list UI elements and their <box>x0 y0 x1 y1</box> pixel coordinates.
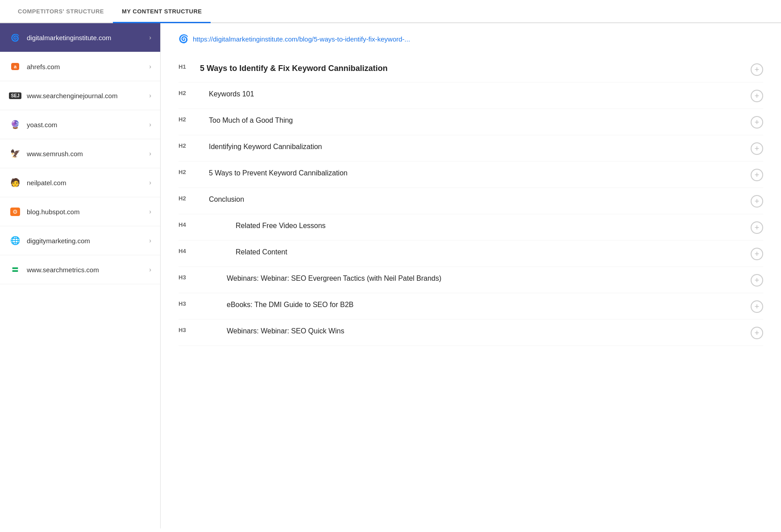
heading-tag-9: H3 <box>179 299 193 307</box>
url-icon: 🌀 <box>179 34 188 44</box>
sidebar-item-hubspot[interactable]: ⚙blog.hubspot.com› <box>0 197 160 226</box>
heading-tag-6: H4 <box>179 220 193 228</box>
heading-tag-8: H3 <box>179 273 193 281</box>
sidebar-item-neilpatel[interactable]: 🧑neilpatel.com› <box>0 168 160 197</box>
heading-row-5: H2Conclusion+ <box>179 188 763 214</box>
url-link[interactable]: https://digitalmarketinginstitute.com/bl… <box>193 35 410 43</box>
heading-tag-5: H2 <box>179 194 193 202</box>
sidebar-item-dmi[interactable]: 🌀digitalmarketinginstitute.com› <box>0 23 160 52</box>
chevron-icon-yoast: › <box>149 121 151 128</box>
chevron-icon-diggity: › <box>149 237 151 244</box>
main-layout: 🌀digitalmarketinginstitute.com›aahrefs.c… <box>0 23 781 528</box>
heading-row-8: H3Webinars: Webinar: SEO Evergreen Tacti… <box>179 267 763 293</box>
sidebar-item-semrush[interactable]: 🦅www.semrush.com› <box>0 139 160 168</box>
heading-tag-2: H2 <box>179 115 193 123</box>
heading-tag-10: H3 <box>179 326 193 333</box>
chevron-icon-semrush: › <box>149 150 151 157</box>
add-heading-button-4[interactable]: + <box>751 169 763 181</box>
url-bar: 🌀 https://digitalmarketinginstitute.com/… <box>179 34 763 44</box>
site-icon-neilpatel: 🧑 <box>9 176 21 189</box>
sidebar-item-sej[interactable]: SEJwww.searchenginejournal.com› <box>0 81 160 110</box>
add-heading-button-7[interactable]: + <box>751 248 763 260</box>
chevron-icon-hubspot: › <box>149 208 151 215</box>
heading-row-2: H2Too Much of a Good Thing+ <box>179 109 763 135</box>
heading-tag-3: H2 <box>179 141 193 149</box>
add-heading-button-6[interactable]: + <box>751 221 763 234</box>
heading-text-2: Too Much of a Good Thing <box>200 115 744 126</box>
chevron-icon-searchmetrics: › <box>149 266 151 273</box>
content-panel: 🌀 https://digitalmarketinginstitute.com/… <box>161 23 781 528</box>
heading-text-9: eBooks: The DMI Guide to SEO for B2B <box>200 299 744 310</box>
tab-my-content[interactable]: MY CONTENT STRUCTURE <box>113 0 211 23</box>
heading-row-6: H4Related Free Video Lessons+ <box>179 214 763 241</box>
add-heading-button-9[interactable]: + <box>751 300 763 313</box>
heading-row-1: H2Keywords 101+ <box>179 83 763 109</box>
site-icon-hubspot: ⚙ <box>9 205 21 218</box>
add-heading-button-10[interactable]: + <box>751 327 763 339</box>
heading-text-5: Conclusion <box>200 194 744 205</box>
heading-row-3: H2Identifying Keyword Cannibalization+ <box>179 135 763 162</box>
site-name-diggity: diggitymarketing.com <box>27 237 149 245</box>
heading-text-6: Related Free Video Lessons <box>200 220 744 231</box>
site-name-sej: www.searchenginejournal.com <box>27 92 149 100</box>
site-name-hubspot: blog.hubspot.com <box>27 208 149 216</box>
tab-bar: COMPETITORS' STRUCTUREMY CONTENT STRUCTU… <box>0 0 781 23</box>
heading-text-3: Identifying Keyword Cannibalization <box>200 141 744 152</box>
heading-tag-0: H1 <box>179 62 193 70</box>
site-icon-diggity: 🌐 <box>9 234 21 247</box>
heading-text-0: 5 Ways to Identify & Fix Keyword Canniba… <box>200 62 744 75</box>
heading-text-8: Webinars: Webinar: SEO Evergreen Tactics… <box>200 273 744 284</box>
add-heading-button-8[interactable]: + <box>751 274 763 287</box>
chevron-icon-sej: › <box>149 92 151 99</box>
heading-row-10: H3Webinars: Webinar: SEO Quick Wins+ <box>179 320 763 346</box>
add-heading-button-3[interactable]: + <box>751 142 763 155</box>
heading-tag-7: H4 <box>179 247 193 254</box>
chevron-icon-ahrefs: › <box>149 63 151 70</box>
headings-list: H15 Ways to Identify & Fix Keyword Canni… <box>179 56 763 346</box>
site-name-neilpatel: neilpatel.com <box>27 179 149 187</box>
heading-text-4: 5 Ways to Prevent Keyword Cannibalizatio… <box>200 168 744 179</box>
site-icon-yoast: 🔮 <box>9 118 21 131</box>
tab-competitors[interactable]: COMPETITORS' STRUCTURE <box>9 0 113 23</box>
heading-tag-1: H2 <box>179 89 193 96</box>
chevron-icon-neilpatel: › <box>149 179 151 186</box>
sidebar-item-searchmetrics[interactable]: 〓www.searchmetrics.com› <box>0 255 160 284</box>
sidebar-item-ahrefs[interactable]: aahrefs.com› <box>0 52 160 81</box>
heading-row-4: H25 Ways to Prevent Keyword Cannibalizat… <box>179 162 763 188</box>
add-heading-button-0[interactable]: + <box>751 63 763 76</box>
sidebar: 🌀digitalmarketinginstitute.com›aahrefs.c… <box>0 23 161 528</box>
sidebar-item-yoast[interactable]: 🔮yoast.com› <box>0 110 160 139</box>
heading-text-7: Related Content <box>200 247 744 258</box>
add-heading-button-5[interactable]: + <box>751 195 763 208</box>
sidebar-item-diggity[interactable]: 🌐diggitymarketing.com› <box>0 226 160 255</box>
heading-text-10: Webinars: Webinar: SEO Quick Wins <box>200 326 744 337</box>
site-name-searchmetrics: www.searchmetrics.com <box>27 266 149 274</box>
site-icon-semrush: 🦅 <box>9 147 21 160</box>
site-name-ahrefs: ahrefs.com <box>27 63 149 71</box>
site-name-semrush: www.semrush.com <box>27 150 149 158</box>
site-icon-dmi: 🌀 <box>9 31 21 44</box>
add-heading-button-1[interactable]: + <box>751 90 763 102</box>
site-name-yoast: yoast.com <box>27 121 149 129</box>
heading-row-0: H15 Ways to Identify & Fix Keyword Canni… <box>179 56 763 83</box>
site-icon-ahrefs: a <box>9 60 21 73</box>
heading-row-9: H3eBooks: The DMI Guide to SEO for B2B+ <box>179 293 763 320</box>
add-heading-button-2[interactable]: + <box>751 116 763 129</box>
chevron-icon-dmi: › <box>149 34 151 41</box>
site-icon-searchmetrics: 〓 <box>9 263 21 276</box>
heading-row-7: H4Related Content+ <box>179 241 763 267</box>
site-name-dmi: digitalmarketinginstitute.com <box>27 34 149 42</box>
heading-text-1: Keywords 101 <box>200 89 744 100</box>
heading-tag-4: H2 <box>179 168 193 175</box>
site-icon-sej: SEJ <box>9 89 21 102</box>
